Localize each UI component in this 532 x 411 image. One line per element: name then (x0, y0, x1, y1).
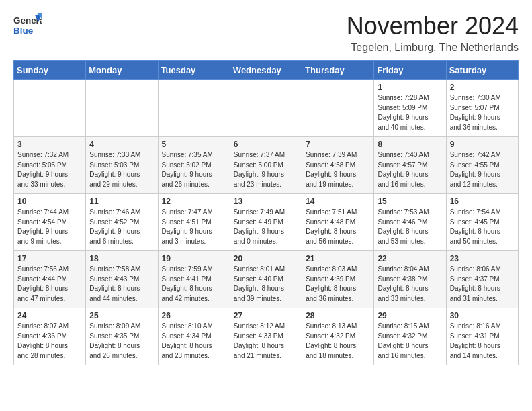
day-info: Sunrise: 7:32 AM Sunset: 5:05 PM Dayligh… (17, 150, 82, 189)
calendar-cell (158, 80, 230, 137)
day-number: 16 (450, 197, 515, 206)
calendar-wrapper: Sunday Monday Tuesday Wednesday Thursday… (0, 60, 532, 372)
calendar-cell: 15Sunrise: 7:53 AM Sunset: 4:46 PM Dayli… (374, 194, 446, 251)
day-info: Sunrise: 8:12 AM Sunset: 4:33 PM Dayligh… (234, 322, 298, 361)
week-row-1: 1Sunrise: 7:28 AM Sunset: 5:09 PM Daylig… (14, 80, 519, 137)
day-number: 3 (17, 140, 82, 149)
calendar-cell: 12Sunrise: 7:47 AM Sunset: 4:51 PM Dayli… (158, 194, 230, 251)
day-info: Sunrise: 7:47 AM Sunset: 4:51 PM Dayligh… (162, 208, 226, 246)
calendar-cell: 10Sunrise: 7:44 AM Sunset: 4:54 PM Dayli… (14, 194, 86, 251)
day-number: 6 (234, 140, 298, 149)
col-tuesday: Tuesday (158, 61, 230, 80)
day-info: Sunrise: 7:30 AM Sunset: 5:07 PM Dayligh… (450, 93, 515, 132)
day-info: Sunrise: 8:03 AM Sunset: 4:39 PM Dayligh… (306, 265, 370, 304)
day-number: 2 (450, 83, 515, 92)
svg-text:Blue: Blue (13, 26, 34, 36)
day-info: Sunrise: 7:59 AM Sunset: 4:41 PM Dayligh… (162, 265, 226, 304)
day-info: Sunrise: 8:16 AM Sunset: 4:31 PM Dayligh… (450, 322, 515, 361)
day-info: Sunrise: 7:33 AM Sunset: 5:03 PM Dayligh… (89, 150, 154, 189)
logo: General Blue (13, 12, 43, 38)
calendar-cell: 18Sunrise: 7:58 AM Sunset: 4:43 PM Dayli… (86, 251, 158, 308)
title-block: November 2024 Tegelen, Limburg, The Neth… (347, 12, 519, 54)
day-number: 24 (17, 311, 82, 320)
col-sunday: Sunday (14, 61, 86, 80)
calendar-cell (86, 80, 158, 137)
calendar-cell: 30Sunrise: 8:16 AM Sunset: 4:31 PM Dayli… (446, 308, 518, 365)
day-number: 10 (17, 197, 82, 206)
col-wednesday: Wednesday (230, 61, 302, 80)
day-info: Sunrise: 8:15 AM Sunset: 4:32 PM Dayligh… (378, 322, 442, 361)
day-info: Sunrise: 8:01 AM Sunset: 4:40 PM Dayligh… (234, 265, 298, 304)
day-number: 26 (162, 311, 226, 320)
calendar-cell: 28Sunrise: 8:13 AM Sunset: 4:32 PM Dayli… (302, 308, 374, 365)
day-number: 22 (378, 254, 442, 263)
day-number: 23 (450, 254, 515, 263)
day-info: Sunrise: 8:10 AM Sunset: 4:34 PM Dayligh… (162, 322, 226, 361)
day-number: 21 (306, 254, 370, 263)
calendar-cell (14, 80, 86, 137)
day-number: 29 (378, 311, 442, 320)
calendar-table: Sunday Monday Tuesday Wednesday Thursday… (13, 60, 519, 365)
calendar-cell: 27Sunrise: 8:12 AM Sunset: 4:33 PM Dayli… (230, 308, 302, 365)
day-info: Sunrise: 7:28 AM Sunset: 5:09 PM Dayligh… (378, 93, 442, 132)
calendar-cell: 1Sunrise: 7:28 AM Sunset: 5:09 PM Daylig… (374, 80, 446, 137)
day-number: 28 (306, 311, 370, 320)
calendar-cell: 8Sunrise: 7:40 AM Sunset: 4:57 PM Daylig… (374, 137, 446, 194)
calendar-cell: 5Sunrise: 7:35 AM Sunset: 5:02 PM Daylig… (158, 137, 230, 194)
day-number: 30 (450, 311, 515, 320)
day-number: 1 (378, 83, 442, 92)
day-info: Sunrise: 8:04 AM Sunset: 4:38 PM Dayligh… (378, 265, 442, 304)
col-thursday: Thursday (302, 61, 374, 80)
logo-icon: General Blue (13, 12, 42, 38)
day-info: Sunrise: 7:53 AM Sunset: 4:46 PM Dayligh… (378, 208, 442, 246)
calendar-cell: 2Sunrise: 7:30 AM Sunset: 5:07 PM Daylig… (446, 80, 518, 137)
day-info: Sunrise: 7:46 AM Sunset: 4:52 PM Dayligh… (89, 208, 154, 246)
week-row-3: 10Sunrise: 7:44 AM Sunset: 4:54 PM Dayli… (14, 194, 519, 251)
day-number: 27 (234, 311, 298, 320)
calendar-cell: 20Sunrise: 8:01 AM Sunset: 4:40 PM Dayli… (230, 251, 302, 308)
calendar-cell: 11Sunrise: 7:46 AM Sunset: 4:52 PM Dayli… (86, 194, 158, 251)
day-number: 25 (89, 311, 154, 320)
day-info: Sunrise: 8:07 AM Sunset: 4:36 PM Dayligh… (17, 322, 82, 361)
day-number: 9 (450, 140, 515, 149)
day-info: Sunrise: 8:06 AM Sunset: 4:37 PM Dayligh… (450, 265, 515, 304)
day-number: 11 (89, 197, 154, 206)
day-number: 19 (162, 254, 226, 263)
location: Tegelen, Limburg, The Netherlands (347, 42, 519, 54)
calendar-cell (230, 80, 302, 137)
day-info: Sunrise: 8:09 AM Sunset: 4:35 PM Dayligh… (89, 322, 154, 361)
day-info: Sunrise: 7:44 AM Sunset: 4:54 PM Dayligh… (17, 208, 82, 246)
calendar-cell: 23Sunrise: 8:06 AM Sunset: 4:37 PM Dayli… (446, 251, 518, 308)
day-number: 5 (162, 140, 226, 149)
calendar-cell: 22Sunrise: 8:04 AM Sunset: 4:38 PM Dayli… (374, 251, 446, 308)
day-info: Sunrise: 7:35 AM Sunset: 5:02 PM Dayligh… (162, 150, 226, 189)
calendar-cell: 16Sunrise: 7:54 AM Sunset: 4:45 PM Dayli… (446, 194, 518, 251)
col-monday: Monday (86, 61, 158, 80)
day-info: Sunrise: 7:56 AM Sunset: 4:44 PM Dayligh… (17, 265, 82, 304)
calendar-cell (302, 80, 374, 137)
day-number: 7 (306, 140, 370, 149)
day-info: Sunrise: 7:54 AM Sunset: 4:45 PM Dayligh… (450, 208, 515, 246)
day-number: 4 (89, 140, 154, 149)
day-number: 20 (234, 254, 298, 263)
calendar-cell: 4Sunrise: 7:33 AM Sunset: 5:03 PM Daylig… (86, 137, 158, 194)
day-info: Sunrise: 7:49 AM Sunset: 4:49 PM Dayligh… (234, 208, 298, 246)
day-info: Sunrise: 7:39 AM Sunset: 4:58 PM Dayligh… (306, 150, 370, 189)
day-info: Sunrise: 7:40 AM Sunset: 4:57 PM Dayligh… (378, 150, 442, 189)
day-number: 8 (378, 140, 442, 149)
header: General Blue November 2024 Tegelen, Limb… (0, 0, 532, 60)
week-row-4: 17Sunrise: 7:56 AM Sunset: 4:44 PM Dayli… (14, 251, 519, 308)
day-number: 12 (162, 197, 226, 206)
day-number: 14 (306, 197, 370, 206)
day-info: Sunrise: 8:13 AM Sunset: 4:32 PM Dayligh… (306, 322, 370, 361)
week-row-5: 24Sunrise: 8:07 AM Sunset: 4:36 PM Dayli… (14, 308, 519, 365)
calendar-cell: 21Sunrise: 8:03 AM Sunset: 4:39 PM Dayli… (302, 251, 374, 308)
page-container: General Blue November 2024 Tegelen, Limb… (0, 0, 532, 372)
calendar-cell: 3Sunrise: 7:32 AM Sunset: 5:05 PM Daylig… (14, 137, 86, 194)
calendar-cell: 19Sunrise: 7:59 AM Sunset: 4:41 PM Dayli… (158, 251, 230, 308)
calendar-cell: 9Sunrise: 7:42 AM Sunset: 4:55 PM Daylig… (446, 137, 518, 194)
calendar-header-row: Sunday Monday Tuesday Wednesday Thursday… (14, 61, 519, 80)
day-number: 17 (17, 254, 82, 263)
day-info: Sunrise: 7:37 AM Sunset: 5:00 PM Dayligh… (234, 150, 298, 189)
calendar-cell: 13Sunrise: 7:49 AM Sunset: 4:49 PM Dayli… (230, 194, 302, 251)
